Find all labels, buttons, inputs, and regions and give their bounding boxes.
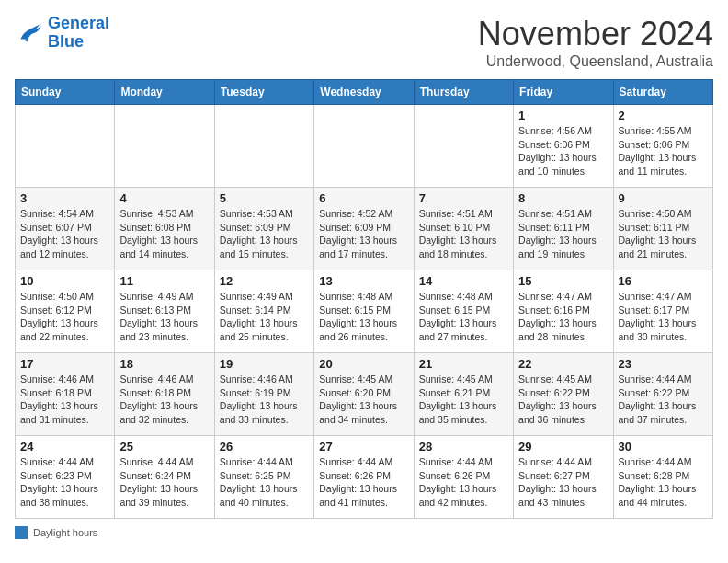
- calendar-cell: 2Sunrise: 4:55 AM Sunset: 6:06 PM Daylig…: [613, 105, 712, 188]
- day-info: Sunrise: 4:46 AM Sunset: 6:18 PM Dayligh…: [119, 373, 209, 427]
- calendar-cell: 17Sunrise: 4:46 AM Sunset: 6:18 PM Dayli…: [16, 353, 115, 436]
- day-info: Sunrise: 4:54 AM Sunset: 6:07 PM Dayligh…: [20, 207, 109, 261]
- day-number: 19: [220, 357, 309, 371]
- calendar-cell: 19Sunrise: 4:46 AM Sunset: 6:19 PM Dayli…: [214, 353, 313, 436]
- day-number: 11: [119, 274, 209, 288]
- day-info: Sunrise: 4:44 AM Sunset: 6:28 PM Dayligh…: [619, 455, 708, 510]
- day-info: Sunrise: 4:44 AM Sunset: 6:23 PM Dayligh…: [20, 455, 109, 510]
- calendar-cell: 1Sunrise: 4:56 AM Sunset: 6:06 PM Daylig…: [514, 105, 613, 188]
- day-info: Sunrise: 4:44 AM Sunset: 6:25 PM Dayligh…: [220, 455, 309, 510]
- day-number: 15: [518, 274, 608, 288]
- calendar-cell: [414, 105, 513, 188]
- location-title: Underwood, Queensland, Australia: [478, 53, 713, 70]
- calendar-cell: 6Sunrise: 4:52 AM Sunset: 6:09 PM Daylig…: [314, 188, 414, 270]
- calendar-week-5: 24Sunrise: 4:44 AM Sunset: 6:23 PM Dayli…: [16, 436, 713, 519]
- logo-bird-icon: [15, 18, 44, 48]
- column-header-saturday: Saturday: [613, 80, 712, 105]
- calendar-cell: 22Sunrise: 4:45 AM Sunset: 6:22 PM Dayli…: [514, 353, 613, 436]
- day-number: 16: [619, 274, 708, 288]
- calendar-cell: 16Sunrise: 4:47 AM Sunset: 6:17 PM Dayli…: [613, 270, 712, 353]
- day-number: 30: [619, 440, 708, 454]
- legend: Daylight hours: [15, 526, 713, 539]
- day-info: Sunrise: 4:50 AM Sunset: 6:12 PM Dayligh…: [20, 290, 109, 344]
- day-info: Sunrise: 4:55 AM Sunset: 6:06 PM Dayligh…: [619, 124, 708, 178]
- day-number: 21: [419, 357, 508, 371]
- calendar-cell: 18Sunrise: 4:46 AM Sunset: 6:18 PM Dayli…: [115, 353, 214, 436]
- day-info: Sunrise: 4:44 AM Sunset: 6:24 PM Dayligh…: [119, 455, 209, 510]
- day-info: Sunrise: 4:47 AM Sunset: 6:17 PM Dayligh…: [619, 290, 708, 344]
- day-number: 25: [119, 440, 209, 454]
- day-number: 20: [319, 357, 408, 371]
- day-number: 5: [220, 191, 309, 205]
- calendar-cell: 27Sunrise: 4:44 AM Sunset: 6:26 PM Dayli…: [314, 436, 414, 519]
- column-header-wednesday: Wednesday: [314, 80, 414, 105]
- logo-text: General Blue: [48, 15, 109, 52]
- day-info: Sunrise: 4:50 AM Sunset: 6:11 PM Dayligh…: [619, 207, 708, 261]
- day-info: Sunrise: 4:47 AM Sunset: 6:16 PM Dayligh…: [518, 290, 608, 344]
- calendar-cell: 5Sunrise: 4:53 AM Sunset: 6:09 PM Daylig…: [214, 188, 313, 270]
- calendar-cell: 26Sunrise: 4:44 AM Sunset: 6:25 PM Dayli…: [214, 436, 313, 519]
- day-info: Sunrise: 4:56 AM Sunset: 6:06 PM Dayligh…: [518, 124, 608, 178]
- day-info: Sunrise: 4:46 AM Sunset: 6:18 PM Dayligh…: [20, 373, 109, 427]
- calendar-cell: 4Sunrise: 4:53 AM Sunset: 6:08 PM Daylig…: [115, 188, 214, 270]
- day-number: 27: [319, 440, 408, 454]
- day-number: 14: [419, 274, 508, 288]
- logo: General Blue: [15, 15, 109, 52]
- day-number: 23: [619, 357, 708, 371]
- day-info: Sunrise: 4:44 AM Sunset: 6:26 PM Dayligh…: [419, 455, 508, 510]
- day-number: 13: [319, 274, 408, 288]
- calendar-cell: 8Sunrise: 4:51 AM Sunset: 6:11 PM Daylig…: [514, 188, 613, 270]
- day-info: Sunrise: 4:53 AM Sunset: 6:09 PM Dayligh…: [220, 207, 309, 261]
- day-number: 7: [419, 191, 508, 205]
- calendar-cell: 13Sunrise: 4:48 AM Sunset: 6:15 PM Dayli…: [314, 270, 414, 353]
- calendar-cell: 21Sunrise: 4:45 AM Sunset: 6:21 PM Dayli…: [414, 353, 513, 436]
- calendar-cell: [314, 105, 414, 188]
- legend-label: Daylight hours: [33, 527, 97, 538]
- day-number: 18: [119, 357, 209, 371]
- column-header-sunday: Sunday: [16, 80, 115, 105]
- day-info: Sunrise: 4:51 AM Sunset: 6:10 PM Dayligh…: [419, 207, 508, 261]
- day-number: 8: [518, 191, 608, 205]
- calendar-table: SundayMondayTuesdayWednesdayThursdayFrid…: [15, 79, 713, 519]
- day-info: Sunrise: 4:45 AM Sunset: 6:21 PM Dayligh…: [419, 373, 508, 427]
- column-header-monday: Monday: [115, 80, 214, 105]
- calendar-cell: 28Sunrise: 4:44 AM Sunset: 6:26 PM Dayli…: [414, 436, 513, 519]
- calendar-week-2: 3Sunrise: 4:54 AM Sunset: 6:07 PM Daylig…: [16, 188, 713, 270]
- day-number: 6: [319, 191, 408, 205]
- calendar-week-3: 10Sunrise: 4:50 AM Sunset: 6:12 PM Dayli…: [16, 270, 713, 353]
- day-number: 3: [20, 191, 109, 205]
- day-info: Sunrise: 4:53 AM Sunset: 6:08 PM Dayligh…: [119, 207, 209, 261]
- month-title: November 2024: [478, 15, 713, 53]
- calendar-cell: [115, 105, 214, 188]
- calendar-cell: 15Sunrise: 4:47 AM Sunset: 6:16 PM Dayli…: [514, 270, 613, 353]
- day-info: Sunrise: 4:44 AM Sunset: 6:27 PM Dayligh…: [518, 455, 608, 510]
- column-header-thursday: Thursday: [414, 80, 513, 105]
- day-number: 2: [619, 109, 708, 122]
- calendar-cell: [16, 105, 115, 188]
- day-number: 29: [518, 440, 608, 454]
- day-number: 4: [119, 191, 209, 205]
- calendar-cell: 12Sunrise: 4:49 AM Sunset: 6:14 PM Dayli…: [214, 270, 313, 353]
- day-info: Sunrise: 4:48 AM Sunset: 6:15 PM Dayligh…: [319, 290, 408, 344]
- day-info: Sunrise: 4:44 AM Sunset: 6:22 PM Dayligh…: [619, 373, 708, 427]
- day-number: 17: [20, 357, 109, 371]
- day-number: 22: [518, 357, 608, 371]
- day-info: Sunrise: 4:51 AM Sunset: 6:11 PM Dayligh…: [518, 207, 608, 261]
- day-number: 12: [220, 274, 309, 288]
- calendar-cell: 30Sunrise: 4:44 AM Sunset: 6:28 PM Dayli…: [613, 436, 712, 519]
- calendar-header-row: SundayMondayTuesdayWednesdayThursdayFrid…: [16, 80, 713, 105]
- calendar-cell: 20Sunrise: 4:45 AM Sunset: 6:20 PM Dayli…: [314, 353, 414, 436]
- calendar-cell: 10Sunrise: 4:50 AM Sunset: 6:12 PM Dayli…: [16, 270, 115, 353]
- day-number: 1: [518, 109, 608, 122]
- legend-color-box: [15, 526, 28, 539]
- day-info: Sunrise: 4:46 AM Sunset: 6:19 PM Dayligh…: [220, 373, 309, 427]
- day-info: Sunrise: 4:45 AM Sunset: 6:22 PM Dayligh…: [518, 373, 608, 427]
- calendar-cell: 29Sunrise: 4:44 AM Sunset: 6:27 PM Dayli…: [514, 436, 613, 519]
- calendar-cell: [214, 105, 313, 188]
- day-number: 9: [619, 191, 708, 205]
- calendar-week-1: 1Sunrise: 4:56 AM Sunset: 6:06 PM Daylig…: [16, 105, 713, 188]
- page-header: General Blue November 2024 Underwood, Qu…: [15, 15, 713, 70]
- calendar-cell: 23Sunrise: 4:44 AM Sunset: 6:22 PM Dayli…: [613, 353, 712, 436]
- calendar-cell: 3Sunrise: 4:54 AM Sunset: 6:07 PM Daylig…: [16, 188, 115, 270]
- title-block: November 2024 Underwood, Queensland, Aus…: [478, 15, 713, 70]
